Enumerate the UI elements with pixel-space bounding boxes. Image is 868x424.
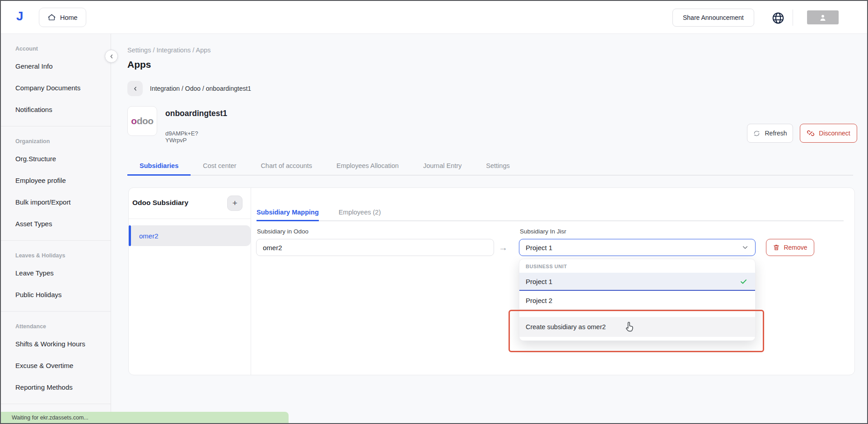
subsidiary-list-item-omer2[interactable]: omer2 <box>129 225 251 246</box>
tab-employees-allocation[interactable]: Employees Allocation <box>324 157 411 175</box>
browser-status-bar: Waiting for ekr.zdassets.com... <box>1 412 289 423</box>
sidebar-item-notifications[interactable]: Notifications <box>1 99 111 121</box>
main-content: Settings / Integrations / Apps Apps Inte… <box>111 34 867 423</box>
odoo-subsidiary-list-panel: Odoo Subsidiary + omer2 <box>129 188 251 375</box>
app-api-key: d9AMPk+E?YWrpvP <box>165 130 198 144</box>
refresh-label: Refresh <box>765 130 787 137</box>
trash-icon <box>773 244 780 251</box>
sidebar-item-general-info[interactable]: General Info <box>1 56 111 77</box>
sidebar-item-excuse-overtime[interactable]: Excuse & Overtime <box>1 355 111 377</box>
tab-journal-entry[interactable]: Journal Entry <box>411 157 474 175</box>
subsidiary-in-jisr-label: Subsidiary In Jisr <box>520 228 566 235</box>
user-icon <box>818 13 828 23</box>
subsidiary-in-odoo-label: Subsidiary in Odoo <box>257 228 308 235</box>
option-label: Project 1 <box>526 278 552 285</box>
sidebar-item-employee-profile[interactable]: Employee profile <box>1 170 111 191</box>
hand-cursor-icon <box>623 321 636 334</box>
sidebar-item-reporting-methods[interactable]: Reporting Methods <box>1 377 111 398</box>
subsidiary-in-jisr-select[interactable]: Project 1 <box>519 239 756 256</box>
sidebar-header-leaves-holidays: Leaves & Holidays <box>1 249 111 262</box>
mapping-tabs: Subsidiary Mapping Employees (2) <box>257 205 844 221</box>
topbar-divider <box>793 9 793 26</box>
home-label: Home <box>60 14 78 21</box>
disconnect-icon <box>807 129 815 137</box>
odoo-wordmark: odoo <box>131 116 153 126</box>
back-row: Integration / Odoo / onboardingtest1 <box>127 81 251 96</box>
dropdown-group-header: BUSINESS UNIT <box>526 264 567 269</box>
breadcrumb: Settings / Integrations / Apps <box>127 47 211 54</box>
option-label: Project 2 <box>526 297 552 304</box>
odoo-logo: odoo <box>127 106 157 136</box>
tab-subsidiaries[interactable]: Subsidiaries <box>127 157 191 176</box>
selected-indicator-bar <box>129 225 131 246</box>
refresh-icon <box>753 130 761 137</box>
chevron-left-icon <box>108 53 115 60</box>
sidebar-item-org-structure[interactable]: Org.Structure <box>1 148 111 170</box>
sidebar-item-shifts-working-hours[interactable]: Shifts & Working Hours <box>1 333 111 355</box>
share-announcement-button[interactable]: Share Announcement <box>672 9 754 27</box>
odoo-subsidiary-title: Odoo Subsidiary <box>132 199 188 207</box>
disconnect-label: Disconnect <box>819 130 850 137</box>
back-breadcrumb-label: Integration / Odoo / onboardingtest1 <box>150 85 251 92</box>
remove-button[interactable]: Remove <box>766 239 814 256</box>
odoo-subsidiary-header: Odoo Subsidiary + <box>129 188 251 219</box>
subsidiary-mapping-panel: Subsidiary Mapping Employees (2) Subsidi… <box>251 188 854 375</box>
dropdown-option-project-2[interactable]: Project 2 <box>519 292 755 310</box>
app-name: onboardingtest1 <box>165 109 227 118</box>
sidebar-item-leave-types[interactable]: Leave Types <box>1 262 111 284</box>
subsidiary-in-odoo-input[interactable] <box>256 239 494 256</box>
chevron-left-icon <box>132 86 138 92</box>
user-avatar[interactable] <box>807 10 839 24</box>
share-announcement-label: Share Announcement <box>683 14 744 21</box>
sidebar-header-account: Account <box>1 42 111 56</box>
chevron-down-icon <box>742 244 749 251</box>
refresh-button[interactable]: Refresh <box>747 124 793 143</box>
dropdown-create-subsidiary-option[interactable]: Create subsidiary as omer2 <box>519 317 755 337</box>
jisr-subsidiary-dropdown: BUSINESS UNIT Project 1 Project 2 Create… <box>519 259 756 341</box>
sidebar-item-bulk-import-export[interactable]: Bulk import/Export <box>1 191 111 213</box>
sidebar-collapse-button[interactable] <box>105 50 118 63</box>
remove-label: Remove <box>784 244 807 251</box>
sidebar-header-attendance: Attendance <box>1 320 111 333</box>
tab-cost-center[interactable]: Cost center <box>191 157 248 175</box>
app-window: { "topbar": { "logo_letter": "J", "home_… <box>0 0 868 424</box>
home-icon <box>47 13 56 22</box>
dropdown-option-project-1[interactable]: Project 1 <box>519 273 755 291</box>
status-text: Waiting for ekr.zdassets.com... <box>12 415 89 421</box>
subsidiary-item-label: omer2 <box>139 232 159 240</box>
home-button[interactable]: Home <box>39 8 86 27</box>
globe-icon[interactable] <box>771 11 785 25</box>
sidebar-section-organization: Organization Org.Structure Employee prof… <box>1 126 111 241</box>
tab-chart-of-accounts[interactable]: Chart of accounts <box>248 157 324 175</box>
mapping-arrow-icon: → <box>499 239 508 256</box>
sidebar-header-organization: Organization <box>1 135 111 148</box>
tab-settings[interactable]: Settings <box>474 157 522 175</box>
tab-employees[interactable]: Employees (2) <box>339 205 381 220</box>
back-button[interactable] <box>127 81 143 96</box>
sidebar-section-leaves-holidays: Leaves & Holidays Leave Types Public Hol… <box>1 241 111 312</box>
disconnect-button[interactable]: Disconnect <box>800 124 857 143</box>
settings-sidebar: Account General Info Company Documents N… <box>1 34 111 423</box>
sidebar-section-account: Account General Info Company Documents N… <box>1 34 111 126</box>
page-title: Apps <box>127 59 151 70</box>
sidebar-item-company-documents[interactable]: Company Documents <box>1 77 111 99</box>
sidebar-item-asset-types[interactable]: Asset Types <box>1 213 111 235</box>
create-subsidiary-label: Create subsidiary as omer2 <box>526 323 606 331</box>
sidebar-item-public-holidays[interactable]: Public Holidays <box>1 284 111 306</box>
check-icon <box>739 277 748 286</box>
integration-tabs: Subsidiaries Cost center Chart of accoun… <box>127 157 853 176</box>
tab-subsidiary-mapping[interactable]: Subsidiary Mapping <box>257 205 319 221</box>
subsidiaries-card: Odoo Subsidiary + omer2 Subsidiary Mappi… <box>128 187 855 375</box>
add-subsidiary-button[interactable]: + <box>227 196 243 211</box>
top-bar: J Home Share Announcement <box>1 1 867 34</box>
sidebar-section-attendance: Attendance Shifts & Working Hours Excuse… <box>1 312 111 404</box>
jisr-logo[interactable]: J <box>16 9 23 23</box>
select-value: Project 1 <box>526 244 552 252</box>
